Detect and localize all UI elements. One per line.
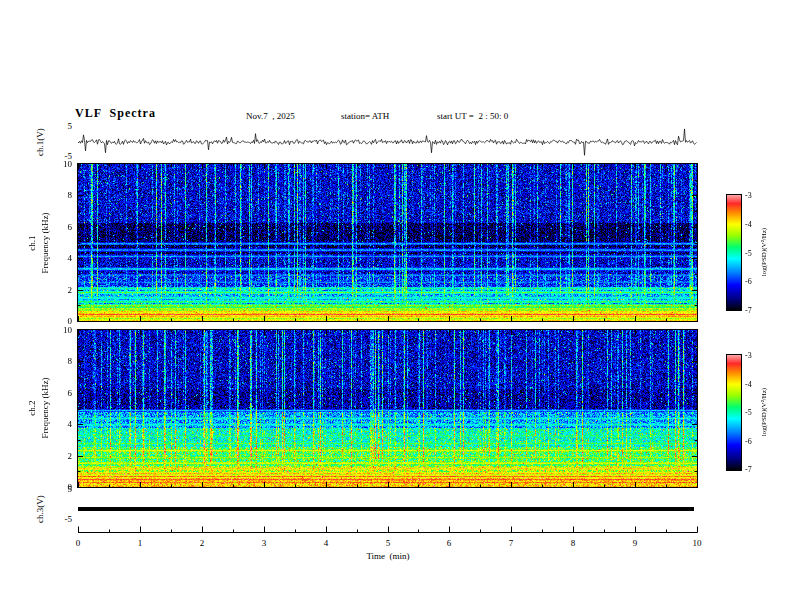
- time-tick-1: 1: [138, 538, 143, 548]
- spec1-ytick-10: 10: [46, 159, 72, 169]
- spec1-ytick-8: 8: [46, 190, 72, 200]
- ch2-spectrogram-canvas: [78, 330, 697, 487]
- ch1-voltage-axis-label: ch.1(V): [35, 128, 45, 156]
- time-tick-8: 8: [571, 538, 576, 548]
- time-tick-0: 0: [76, 538, 81, 548]
- cbar1-tick-n4: -4: [745, 220, 752, 229]
- spec2-ytick-2: 2: [46, 451, 72, 461]
- spec1-channel-label: ch.1: [27, 235, 37, 250]
- ch1-ytick-top: 5: [46, 121, 72, 131]
- spec1-frequency-axis-label: Frequency (kHz): [40, 212, 50, 273]
- cbar1-tick-n6: -6: [745, 277, 752, 286]
- time-tick-7: 7: [509, 538, 514, 548]
- time-tick-2: 2: [200, 538, 205, 548]
- ch1-waveform-canvas: [78, 126, 697, 158]
- ch2-colorbar-canvas: [727, 355, 741, 470]
- cbar1-psd-label: log(PSD)(V²/Hz): [760, 228, 768, 276]
- cbar2-psd-label: log(PSD)(V²/Hz): [760, 388, 768, 436]
- page-title: VLF Spectra: [75, 108, 156, 118]
- cbar2-tick-n7: -7: [745, 465, 752, 474]
- cbar2-tick-n5: -5: [745, 408, 752, 417]
- time-tick-9: 9: [633, 538, 638, 548]
- ch3-ytick-top: 5: [46, 484, 72, 494]
- time-tick-3: 3: [262, 538, 267, 548]
- time-tick-10: 10: [693, 538, 702, 548]
- time-tick-6: 6: [447, 538, 452, 548]
- time-axis-canvas: [78, 522, 698, 534]
- spec2-channel-label: ch.2: [27, 400, 37, 415]
- spec1-ytick-2: 2: [46, 285, 72, 295]
- time-tick-4: 4: [324, 538, 329, 548]
- cbar1-tick-n5: -5: [745, 249, 752, 258]
- ch1-spectrogram-canvas: [78, 164, 697, 321]
- cbar2-tick-n3: -3: [745, 351, 752, 360]
- spec2-ytick-10: 10: [46, 325, 72, 335]
- cbar2-tick-n6: -6: [745, 437, 752, 446]
- ch1-colorbar-canvas: [727, 195, 741, 310]
- cbar1-tick-n7: -7: [745, 306, 752, 315]
- spec2-frequency-axis-label: Frequency (kHz): [40, 377, 50, 438]
- ch3-flatline-trace: [78, 507, 694, 511]
- cbar1-tick-n3: -3: [745, 191, 752, 200]
- cbar2-tick-n4: -4: [745, 380, 752, 389]
- date-label: Nov.7 , 2025: [246, 111, 295, 121]
- time-axis-label: Time (min): [366, 551, 409, 561]
- start-ut-label: start UT = 2 : 50: 0: [437, 111, 508, 121]
- time-tick-5: 5: [386, 538, 391, 548]
- ch3-voltage-axis-label: ch.3(V): [35, 495, 45, 523]
- spec2-ytick-8: 8: [46, 356, 72, 366]
- vlf-spectra-figure: VLF Spectra Nov.7 , 2025 station= ATH st…: [0, 0, 792, 612]
- ch3-ytick-bottom: -5: [46, 514, 72, 524]
- station-label: station= ATH: [341, 111, 389, 121]
